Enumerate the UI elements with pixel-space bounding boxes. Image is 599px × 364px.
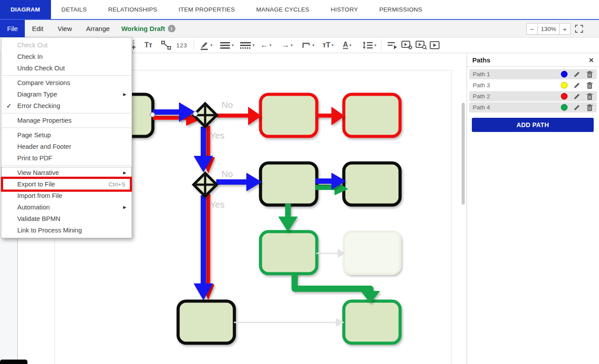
connector-gray-1[interactable] [316, 249, 346, 258]
info-icon[interactable]: i [168, 25, 175, 32]
menu-item-error-checking[interactable]: ✓Error Checking [1, 100, 132, 112]
play-settings-icon[interactable] [401, 38, 413, 53]
tab-permissions[interactable]: PERMISSIONS [369, 0, 433, 19]
font-size-icon[interactable]: ᴛT▾ [323, 38, 334, 53]
edit-pencil-icon[interactable] [573, 93, 580, 100]
task-shape-black-3[interactable] [178, 301, 234, 343]
line-spacing-icon[interactable]: ▾ [362, 38, 377, 53]
close-icon[interactable]: × [589, 56, 594, 64]
menu-item-label: Link to Process Mining [17, 227, 82, 234]
paths-panel: Paths × Path 1Path 3Path 2Path 4 ADD PAT… [467, 53, 599, 364]
delete-trash-icon[interactable] [586, 71, 593, 78]
line-width-icon[interactable]: ▾ [220, 38, 234, 53]
task-shape-black-1[interactable] [261, 163, 317, 205]
fullscreen-icon[interactable] [575, 25, 583, 33]
tab-diagram[interactable]: DIAGRAM [0, 0, 51, 19]
menu-item-link-to-process-mining[interactable]: Link to Process Mining [1, 225, 132, 236]
submenu-arrow-icon: ▶ [123, 205, 126, 209]
narrative-play-icon[interactable] [387, 38, 398, 53]
menu-item-check-out[interactable]: Check Out [1, 39, 132, 51]
task-shape-red-2[interactable] [344, 94, 400, 136]
tab-item-properties[interactable]: ITEM PROPERTIES [168, 0, 245, 19]
path-color-dot[interactable] [561, 82, 568, 89]
path-color-dot[interactable] [561, 71, 568, 77]
menu-item-automation[interactable]: Automation▶ [1, 201, 132, 213]
menu-item-import-from-file[interactable]: Import from File [1, 190, 132, 201]
menu-item-print-to-pdf[interactable]: Print to PDF [1, 152, 132, 164]
menu-item-label: Validate BPMN [17, 215, 60, 222]
menu-item-check-in[interactable]: Check In [1, 51, 132, 62]
path-row-path-1[interactable]: Path 1 [469, 69, 597, 79]
edge-label-yes-1: Yes [210, 131, 225, 141]
menu-item-header-and-footer[interactable]: Header and Footer [1, 141, 132, 152]
path-color-dot[interactable] [561, 93, 568, 100]
arrow-start-style-icon[interactable]: ←▾ [261, 38, 272, 53]
line-style-icon[interactable]: ▾ [240, 38, 255, 53]
menu-item-diagram-type[interactable]: Diagram Type▶ [1, 89, 132, 100]
text-tool-icon[interactable]: Tᴛ [144, 38, 152, 53]
menubar-arrange[interactable]: Arrange [79, 20, 117, 37]
add-path-button[interactable]: ADD PATH [472, 118, 594, 132]
font-color-icon[interactable]: A▾ [343, 38, 351, 53]
menubar-edit[interactable]: Edit [25, 20, 51, 37]
delete-trash-icon[interactable] [586, 82, 593, 89]
zoom-out-button[interactable]: − [526, 23, 538, 35]
path-row-path-3[interactable]: Path 3 [469, 80, 597, 90]
task-shape-black-2[interactable] [344, 163, 400, 205]
path-label: Path 4 [473, 104, 490, 111]
menu-item-label: Print to PDF [17, 155, 52, 162]
toolbar-divider [194, 40, 194, 50]
connector-tool-icon[interactable] [161, 38, 171, 53]
menu-item-validate-bpmn[interactable]: Validate BPMN [1, 213, 132, 225]
connector-gray-2[interactable] [234, 318, 344, 327]
menubar-file[interactable]: File [0, 20, 25, 37]
zoom-in-button[interactable]: + [559, 23, 571, 35]
menu-item-view-narrative[interactable]: View Narrative▶ [1, 167, 132, 178]
menu-item-manage-properties[interactable]: Manage Properties [1, 115, 132, 126]
path-row-path-2[interactable]: Path 2 [469, 91, 597, 101]
connector-handle[interactable] [193, 112, 198, 116]
menu-item-page-setup[interactable]: Page Setup [1, 129, 132, 141]
menu-item-compare-versions[interactable]: Compare Versions [1, 77, 132, 89]
menubar-view[interactable]: View [51, 20, 79, 37]
play-search-icon[interactable] [416, 38, 427, 53]
connector-routing-icon[interactable]: ▾ [302, 38, 315, 53]
path-row-path-4[interactable]: Path 4 [469, 102, 597, 112]
menu-separator [2, 113, 131, 113]
tab-relationships[interactable]: RELATIONSHIPS [97, 0, 168, 19]
task-shape-faded[interactable] [344, 232, 400, 274]
menu-item-label: Compare Versions [17, 79, 70, 86]
path-color-dot[interactable] [561, 104, 568, 111]
edge-label-no-2: No [222, 169, 233, 179]
play-box-icon[interactable] [430, 38, 440, 53]
toolbar-divider [381, 40, 381, 50]
canvas-vertical-scrollbar[interactable] [462, 103, 465, 205]
task-shape-green-2[interactable] [344, 301, 400, 343]
tab-manage-cycles[interactable]: MANAGE CYCLES [245, 0, 320, 19]
tab-details[interactable]: DETAILS [51, 0, 97, 19]
arrow-end-style-icon[interactable]: →▾ [282, 38, 293, 53]
menu-item-export-to-file[interactable]: Export to FileCtrl+S [1, 178, 132, 190]
tab-history[interactable]: HISTORY [320, 0, 369, 19]
numbering-icon[interactable]: 123 [176, 38, 187, 53]
delete-trash-icon[interactable] [586, 93, 593, 100]
menu-item-label: Page Setup [17, 132, 51, 139]
checkmark-icon: ✓ [6, 102, 12, 110]
submenu-arrow-icon: ▶ [123, 170, 126, 175]
menu-item-label: Export to File [17, 181, 55, 188]
line-color-icon[interactable]: ▾ [199, 38, 213, 53]
edit-pencil-icon[interactable] [573, 104, 580, 111]
main-tab-bar: DIAGRAMDETAILSRELATIONSHIPSITEM PROPERTI… [0, 0, 599, 20]
task-shape-red-1[interactable] [261, 94, 317, 136]
gateway-2[interactable] [194, 173, 217, 196]
task-shape-green-1[interactable] [261, 232, 317, 274]
menu-item-label: Diagram Type [17, 91, 57, 98]
edit-pencil-icon[interactable] [573, 71, 580, 78]
edit-pencil-icon[interactable] [573, 82, 580, 89]
menu-item-undo-check-out[interactable]: Undo Check Out [1, 62, 132, 74]
menu-item-label: Check In [17, 53, 43, 60]
connector-handle[interactable] [150, 112, 155, 117]
menu-separator [2, 128, 131, 128]
working-draft-label: Working Draft [121, 25, 165, 32]
delete-trash-icon[interactable] [586, 104, 593, 111]
